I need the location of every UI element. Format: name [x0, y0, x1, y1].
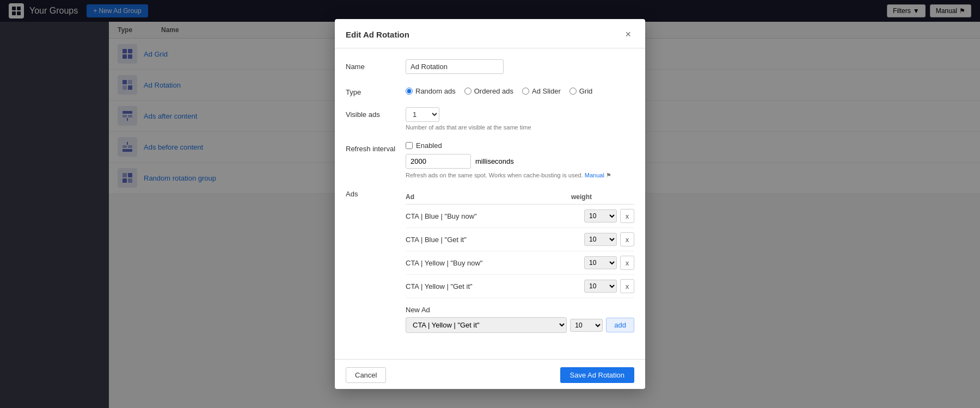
- radio-random-input[interactable]: [406, 88, 413, 95]
- name-input[interactable]: [406, 59, 504, 74]
- ad-name-3: CTA | Yellow | "Buy now": [406, 259, 584, 267]
- refresh-enabled-checkbox[interactable]: [406, 142, 413, 149]
- radio-grid[interactable]: Grid: [569, 87, 593, 95]
- milliseconds-label: milliseconds: [475, 157, 514, 165]
- ads-label: Ads: [346, 190, 406, 198]
- modal-body: Name Type Random ads Ord: [335, 48, 645, 355]
- weight-select-2[interactable]: 102030: [584, 233, 617, 246]
- ads-table-header: Ad weight: [406, 190, 634, 205]
- refresh-hint: Refresh ads on the same spot. Works when…: [406, 172, 634, 179]
- ads-col-action-header: [612, 193, 634, 201]
- radio-slider-label: Ad Slider: [532, 87, 561, 95]
- modal-footer: Cancel Save Ad Rotation: [335, 359, 645, 389]
- cancel-button[interactable]: Cancel: [346, 367, 386, 383]
- new-ad-controls: CTA | Yellow | "Get it" CTA | Blue | "Bu…: [406, 317, 634, 333]
- remove-btn-1[interactable]: x: [620, 209, 634, 223]
- visible-ads-hint: Number of ads that are visible at the sa…: [406, 124, 634, 131]
- modal-backdrop: Edit Ad Rotation × Name Type Rando: [0, 0, 980, 408]
- name-control-wrap: [406, 59, 634, 74]
- ads-col-ad-header: Ad: [406, 193, 569, 201]
- new-ad-select[interactable]: CTA | Yellow | "Get it" CTA | Blue | "Bu…: [406, 317, 567, 333]
- refresh-enabled-label[interactable]: Enabled: [406, 141, 634, 150]
- visible-ads-row: Visible ads 1 2 3 Number of ads that are…: [346, 107, 634, 131]
- refresh-hint-text: Refresh ads on the same spot. Works when…: [406, 172, 583, 178]
- refresh-enabled-text: Enabled: [416, 141, 442, 150]
- refresh-controls-row: milliseconds: [406, 154, 634, 169]
- remove-btn-3[interactable]: x: [620, 256, 634, 270]
- name-label: Name: [346, 59, 406, 71]
- type-label: Type: [346, 85, 406, 96]
- visible-ads-label: Visible ads: [346, 107, 406, 119]
- new-ad-label: New Ad: [406, 306, 634, 314]
- name-field-row: Name: [346, 59, 634, 74]
- radio-grid-label: Grid: [579, 87, 593, 95]
- ad-name-2: CTA | Blue | "Get it": [406, 236, 584, 244]
- refresh-wrap: Enabled milliseconds Refresh ads on the …: [406, 141, 634, 179]
- modal-title: Edit Ad Rotation: [346, 30, 409, 39]
- ads-row-1: CTA | Blue | "Buy now" 102030 x: [406, 205, 634, 228]
- ads-col-weight-header: weight: [569, 193, 612, 201]
- radio-ordered-input[interactable]: [464, 88, 471, 95]
- weight-select-1[interactable]: 102030: [584, 209, 617, 222]
- ads-section-row: Ads Ad weight CTA | Blue | "Buy now" 102…: [346, 190, 634, 333]
- ad-name-1: CTA | Blue | "Buy now": [406, 212, 584, 220]
- remove-btn-2[interactable]: x: [620, 232, 634, 246]
- type-field-row: Type Random ads Ordered ads: [346, 85, 634, 96]
- visible-ads-wrap: 1 2 3 Number of ads that are visible at …: [406, 107, 634, 131]
- type-radio-group: Random ads Ordered ads Ad Slider Gr: [406, 85, 634, 95]
- edit-ad-rotation-modal: Edit Ad Rotation × Name Type Rando: [335, 19, 645, 389]
- manual-link[interactable]: Manual: [585, 172, 604, 178]
- ads-row-2: CTA | Blue | "Get it" 102030 x: [406, 228, 634, 251]
- refresh-interval-row: Refresh interval Enabled milliseconds Re…: [346, 141, 634, 179]
- radio-random-label: Random ads: [415, 87, 456, 95]
- radio-slider-input[interactable]: [522, 88, 529, 95]
- save-button[interactable]: Save Ad Rotation: [560, 367, 634, 383]
- new-ad-row: New Ad CTA | Yellow | "Get it" CTA | Blu…: [406, 306, 634, 333]
- radio-random[interactable]: Random ads: [406, 87, 456, 95]
- remove-btn-4[interactable]: x: [620, 279, 634, 293]
- ads-row-3: CTA | Yellow | "Buy now" 102030 x: [406, 251, 634, 275]
- weight-select-3[interactable]: 102030: [584, 256, 617, 269]
- visible-ads-select[interactable]: 1 2 3: [406, 107, 439, 122]
- modal-header: Edit Ad Rotation ×: [335, 19, 645, 48]
- ads-row-4: CTA | Yellow | "Get it" 102030 x: [406, 275, 634, 298]
- type-control-wrap: Random ads Ordered ads Ad Slider Gr: [406, 85, 634, 95]
- refresh-label: Refresh interval: [346, 141, 406, 153]
- add-ad-button[interactable]: add: [606, 318, 634, 332]
- ad-name-4: CTA | Yellow | "Get it": [406, 282, 584, 290]
- modal-close-button[interactable]: ×: [622, 28, 634, 41]
- manual-icon-inline: ⚑: [606, 172, 611, 178]
- radio-slider[interactable]: Ad Slider: [522, 87, 561, 95]
- radio-grid-input[interactable]: [569, 88, 577, 95]
- radio-ordered[interactable]: Ordered ads: [464, 87, 513, 95]
- ads-section: Ad weight CTA | Blue | "Buy now" 102030 …: [406, 190, 634, 333]
- refresh-value-input[interactable]: [406, 154, 471, 169]
- new-ad-weight-select[interactable]: 102030: [570, 319, 603, 332]
- radio-ordered-label: Ordered ads: [474, 87, 513, 95]
- weight-select-4[interactable]: 102030: [584, 280, 617, 293]
